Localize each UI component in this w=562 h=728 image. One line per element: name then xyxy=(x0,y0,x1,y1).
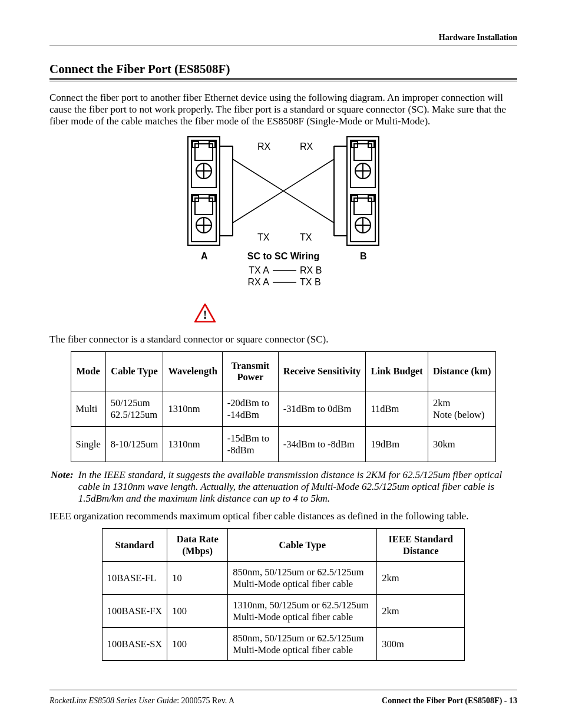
th-mode: Mode xyxy=(71,352,105,391)
connector-text: The fiber connector is a standard connec… xyxy=(49,334,517,345)
cell: 100BASE-FX xyxy=(102,595,167,628)
section-intro: Connect the fiber port to another fiber … xyxy=(49,92,517,127)
title-rule-thin xyxy=(49,81,517,81)
cell: 50/125um62.5/125um xyxy=(105,391,163,427)
note-label: Note: xyxy=(51,469,74,505)
svg-rect-20 xyxy=(354,144,372,160)
table-row: Multi 50/125um62.5/125um 1310nm -20dBm t… xyxy=(71,391,496,427)
cell: 850nm, 50/125um or 62.5/125umMulti-Mode … xyxy=(228,562,377,595)
cell: 19dBm xyxy=(366,427,428,462)
ieee-text: IEEE organization recommends maximum opt… xyxy=(49,510,517,522)
footer-right: Connect the Fiber Port (ES8508F) - 13 xyxy=(382,696,517,706)
table-row: Single 8-10/125um 1310nm -15dBm to -8dBm… xyxy=(71,427,496,462)
title-rule-thick xyxy=(49,78,517,80)
cell: -31dBm to 0dBm xyxy=(278,391,366,427)
cell: 30km xyxy=(428,427,496,462)
cell: 10 xyxy=(167,562,228,595)
th-wavelength: Wavelength xyxy=(163,352,222,391)
th-distance: Distance (km) xyxy=(428,352,496,391)
cell: 2km xyxy=(377,595,465,628)
cell: 2kmNote (below) xyxy=(428,391,496,427)
note-block: Note: In the IEEE standard, it suggests … xyxy=(49,469,517,505)
section-title: Connect the Fiber Port (ES8508F) xyxy=(49,62,517,77)
caution-icon: ! xyxy=(194,304,216,322)
diagram-title: SC to SC Wiring xyxy=(247,251,320,261)
fiber-spec-table: Mode Cable Type Wavelength Transmit Powe… xyxy=(71,351,497,462)
svg-rect-2 xyxy=(195,144,213,160)
running-header: Hardware Installation xyxy=(49,33,517,45)
th-cable: Cable Type xyxy=(105,352,163,391)
footer-left: RocketLinx ES8508 Series User Guide: 200… xyxy=(49,696,234,706)
th-budget: Link Budget xyxy=(366,352,428,391)
cell: 100 xyxy=(167,595,228,628)
th-transmit: Transmit Power xyxy=(222,352,278,391)
th-rate: Data Rate (Mbps) xyxy=(167,529,228,562)
header-rule xyxy=(49,45,517,45)
table-row: 100BASE-FX 100 1310nm, 50/125um or 62.5/… xyxy=(102,595,465,628)
cell: -15dBm to -8dBm xyxy=(222,427,278,462)
diagram-rx-right: RX xyxy=(300,141,313,151)
cell: 1310nm, 50/125um or 62.5/125umMulti-Mode… xyxy=(228,595,377,628)
diagram-b: B xyxy=(360,251,367,261)
cell: 850nm, 50/125um or 62.5/125umMulti-Mode … xyxy=(228,628,377,661)
cell: -34dBm to -8dBm xyxy=(278,427,366,462)
cell: 100BASE-SX xyxy=(102,628,167,661)
note-text: In the IEEE standard, it suggests the av… xyxy=(78,469,516,505)
cell: 11dBm xyxy=(366,391,428,427)
diagram-l2r: TX B xyxy=(300,277,321,287)
table-row: 10BASE-FL 10 850nm, 50/125um or 62.5/125… xyxy=(102,562,465,595)
cell: Single xyxy=(71,427,105,462)
footer-rule xyxy=(49,690,517,690)
svg-text:!: ! xyxy=(203,308,207,321)
footer-left-rest: : 2000575 Rev. A xyxy=(177,696,234,705)
diagram-rx-left: RX xyxy=(257,141,271,151)
caution-icon-wrap: ! xyxy=(49,304,517,325)
cell: 300m xyxy=(377,628,465,661)
sc-wiring-svg: RX RX TX TX A B SC to SC Wiring TX A RX … xyxy=(184,133,382,291)
th-cabletype: Cable Type xyxy=(228,529,377,562)
table-row: 100BASE-SX 100 850nm, 50/125um or 62.5/1… xyxy=(102,628,465,661)
th-receive: Receive Sensitivity xyxy=(278,352,366,391)
page-footer: RocketLinx ES8508 Series User Guide: 200… xyxy=(49,690,517,706)
diagram-tx-right: TX xyxy=(300,232,312,242)
footer-left-italic: RocketLinx ES8508 Series User Guide xyxy=(49,696,177,705)
ieee-table: Standard Data Rate (Mbps) Cable Type IEE… xyxy=(102,528,465,661)
cell: 100 xyxy=(167,628,228,661)
cell: 1310nm xyxy=(163,427,222,462)
cell: 8-10/125um xyxy=(105,427,163,462)
cell: 1310nm xyxy=(163,391,222,427)
table-header-row: Mode Cable Type Wavelength Transmit Powe… xyxy=(71,352,496,391)
cell: -20dBm to -14dBm xyxy=(222,391,278,427)
cell: Multi xyxy=(71,391,105,427)
diagram-l2l: RX A xyxy=(248,277,270,287)
svg-rect-27 xyxy=(354,198,372,215)
wiring-diagram: RX RX TX TX A B SC to SC Wiring TX A RX … xyxy=(49,133,517,294)
diagram-a: A xyxy=(201,251,208,261)
cell: 2km xyxy=(377,562,465,595)
diagram-l1l: TX A xyxy=(249,265,269,275)
table-header-row: Standard Data Rate (Mbps) Cable Type IEE… xyxy=(102,529,465,562)
cell: 10BASE-FL xyxy=(102,562,167,595)
th-ieee-dist: IEEE Standard Distance xyxy=(377,529,465,562)
diagram-tx-left: TX xyxy=(257,232,270,242)
diagram-l1r: RX B xyxy=(300,265,322,275)
th-standard: Standard xyxy=(102,529,167,562)
svg-rect-9 xyxy=(195,198,213,215)
